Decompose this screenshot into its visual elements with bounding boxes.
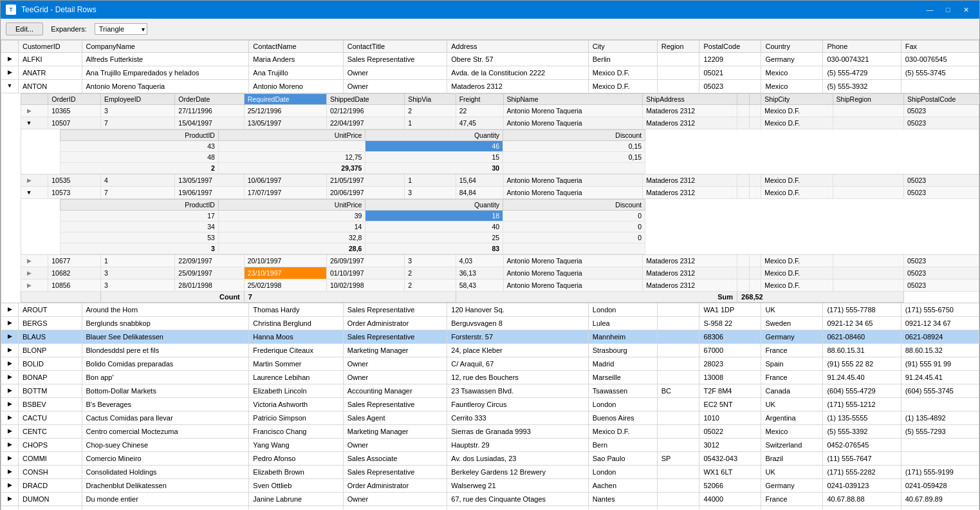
expand-button[interactable]: ▶: [5, 360, 14, 369]
table-row[interactable]: ▶BONAPBon app'Laurence LebihanOwner12, r…: [1, 371, 979, 384]
table-row[interactable]: ▶BLONPBlondesddsl pere et filsFrederique…: [1, 344, 979, 357]
table-row[interactable]: ▶DUMONDu monde entierJanine LabruneOwner…: [1, 493, 979, 506]
expand-button[interactable]: ▶: [5, 306, 14, 315]
col-phone-header[interactable]: Phone: [823, 41, 901, 53]
table-row[interactable]: ▶BLAUSBlauer See DelikatessenHanna MoosS…: [1, 330, 979, 344]
col-city-header[interactable]: City: [588, 41, 657, 53]
product-col-header: ProductID: [60, 130, 219, 141]
expand-button[interactable]: ▶: [5, 401, 14, 410]
expand-button[interactable]: ▶: [5, 387, 14, 396]
city-cell: Tsawassen: [588, 384, 657, 398]
fax-cell: [901, 452, 979, 466]
table-row[interactable]: ▶BOTTMBottom-Dollar MarketsElizabeth Lin…: [1, 384, 979, 398]
city-cell: Lulea: [588, 317, 657, 330]
app-icon: T: [6, 5, 16, 15]
table-row[interactable]: ▶ALFKIAlfreds FutterkisteMaria AndersSal…: [1, 53, 979, 66]
address-cell: Avda. de la Constitucion 2222: [447, 66, 589, 80]
close-button[interactable]: ✕: [957, 3, 974, 16]
col-country-header[interactable]: Country: [761, 41, 823, 53]
contact-title-cell: Sales Representative: [343, 330, 447, 344]
minimize-button[interactable]: —: [921, 3, 938, 16]
table-row[interactable]: ▶CHOPSChop-suey ChineseYang WangOwnerHau…: [1, 439, 979, 452]
table-row[interactable]: ▶BERGSBerglunds snabbkopChristina Berglu…: [1, 317, 979, 330]
address-cell: Av. dos Lusiadas, 23: [447, 452, 589, 466]
order-cell: [749, 117, 761, 129]
order-cell: Antonio Moreno Taqueria: [503, 267, 643, 279]
table-row[interactable]: ▶AROUTAround the HornThomas HardySales R…: [1, 303, 979, 317]
expand-button[interactable]: ▼: [5, 82, 14, 91]
postal-code-cell: 67000: [699, 344, 761, 357]
order-row[interactable]: ▼10573719/06/199717/07/199720/06/1997384…: [21, 187, 980, 199]
col-fax-header[interactable]: Fax: [901, 41, 979, 53]
col-postal-header[interactable]: PostalCode: [699, 41, 761, 53]
maximize-button[interactable]: □: [939, 3, 956, 16]
customer-id-cell: DRACD: [19, 479, 82, 493]
order-row[interactable]: ▶10677122/09/199720/10/199726/09/199734,…: [21, 255, 980, 267]
col-customerid-header[interactable]: CustomerID: [19, 41, 82, 53]
order-cell: 05023: [903, 187, 979, 199]
table-row[interactable]: ▶CENTCCentro comercial MoctezumaFrancisc…: [1, 425, 979, 439]
expand-button[interactable]: ▶: [5, 373, 14, 382]
grid-container[interactable]: CustomerID CompanyName ContactName Conta…: [1, 40, 979, 510]
order-cell: 05023: [903, 267, 979, 279]
table-row[interactable]: ▶CONSHConsolidated HoldingsElizabeth Bro…: [1, 466, 979, 479]
col-title-header[interactable]: ContactTitle: [343, 41, 447, 53]
table-row[interactable]: ▶DRACDDrachenblut DelikatessenSven Ottli…: [1, 479, 979, 493]
country-cell: Argentina: [761, 411, 823, 425]
table-row[interactable]: ▶COMMIComercio MineiroPedro AfonsoSales …: [1, 452, 979, 466]
order-expand-button[interactable]: ▶: [24, 176, 33, 185]
region-cell: [657, 66, 699, 80]
company-name-cell: Blondesddsl pere et fils: [82, 344, 249, 357]
table-row[interactable]: ▶ANATRAna Trujillo Emparedados y helados…: [1, 66, 979, 80]
expand-button[interactable]: ▶: [5, 346, 14, 355]
table-row[interactable]: ▼ANTONAntonio Moreno TaqueriaAntonio Mor…: [1, 80, 979, 93]
address-cell: C/ Araquil, 67: [447, 357, 589, 371]
expand-button[interactable]: ▶: [5, 441, 14, 450]
order-row[interactable]: ▶10856328/01/199825/02/199810/02/1998258…: [21, 279, 980, 292]
expand-button[interactable]: ▶: [5, 55, 14, 64]
product-row: 1739180: [60, 211, 645, 222]
col-region-header[interactable]: Region: [657, 41, 699, 53]
col-company-header[interactable]: CompanyName: [82, 41, 249, 53]
col-contact-header[interactable]: ContactName: [249, 41, 343, 53]
order-expand-button[interactable]: ▶: [24, 256, 33, 265]
order-cell: Mataderos 2312: [643, 187, 737, 199]
expand-button[interactable]: ▶: [5, 333, 14, 342]
edit-button[interactable]: Edit...: [6, 23, 43, 35]
col-address-header[interactable]: Address: [447, 41, 589, 53]
order-expand-button[interactable]: ▼: [24, 118, 33, 128]
table-row[interactable]: ▶CACTUCactus Comidas para llevarPatricio…: [1, 411, 979, 425]
table-row[interactable]: ▶BOLIDBolido Comidas preparadasMartin So…: [1, 357, 979, 371]
customer-id-cell: BOLID: [19, 357, 82, 371]
expand-button[interactable]: ▶: [5, 69, 14, 78]
expand-button[interactable]: ▶: [5, 428, 14, 437]
order-row[interactable]: ▶10365327/11/199625/12/199602/12/1996222…: [21, 105, 980, 117]
fax-cell: [901, 398, 979, 411]
expand-button[interactable]: ▶: [5, 414, 14, 423]
order-cell: 10365: [48, 105, 101, 117]
order-row[interactable]: ▼10507715/04/199713/05/199722/04/1997147…: [21, 117, 980, 129]
order-expand-button[interactable]: ▼: [24, 188, 33, 197]
fax-cell: 030-0076545: [901, 53, 979, 66]
order-row[interactable]: ▶10682325/09/199723/10/199701/10/1997236…: [21, 267, 980, 279]
phone-cell: 91.24.45.40: [823, 371, 901, 384]
order-expand-button[interactable]: ▶: [24, 269, 33, 278]
expand-button[interactable]: ▶: [5, 482, 14, 491]
order-row[interactable]: ▶10535413/05/199710/06/199721/05/1997115…: [21, 175, 980, 187]
expand-button[interactable]: ▶: [5, 319, 14, 328]
detail-col-header: RequiredDate: [244, 94, 326, 105]
expand-button[interactable]: ▶: [5, 495, 14, 504]
customer-id-cell: AROUT: [19, 303, 82, 317]
expand-button[interactable]: ▶: [5, 455, 14, 464]
detail-col-header: Freight: [456, 94, 503, 105]
table-row[interactable]: ▶BSBEVB's BeveragesVictoria AshworthSale…: [1, 398, 979, 411]
product-col-header: Discount: [503, 130, 645, 141]
table-row[interactable]: ▶EASTCEastern ConnectionAnn DevonSales A…: [1, 506, 979, 511]
expand-button[interactable]: ▶: [5, 468, 14, 477]
order-cell: [749, 105, 761, 117]
order-expand-button[interactable]: ▶: [24, 106, 33, 115]
product-cell: 17: [60, 211, 219, 222]
expanders-select[interactable]: Triangle Plus/Minus Arrow: [95, 23, 147, 35]
region-cell: BC: [657, 384, 699, 398]
order-expand-button[interactable]: ▶: [24, 281, 33, 290]
